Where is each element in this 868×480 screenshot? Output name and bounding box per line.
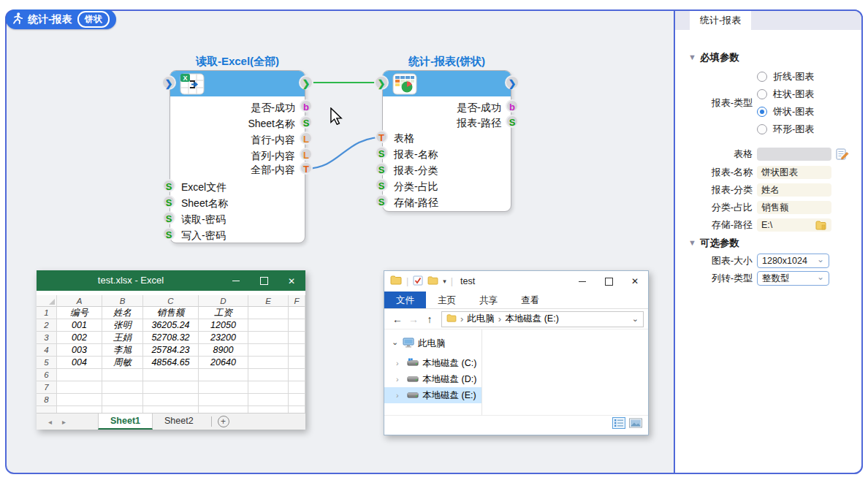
radio-bar-chart[interactable]: [757, 89, 767, 99]
column-header[interactable]: D: [199, 295, 248, 307]
row-number[interactable]: 4: [37, 344, 57, 357]
output-port[interactable]: b: [300, 99, 313, 113]
cell[interactable]: [289, 319, 305, 332]
input-port[interactable]: S: [375, 194, 388, 207]
cell[interactable]: 编号: [57, 307, 102, 319]
explorer-titlebar[interactable]: | ▾ | test: [384, 271, 648, 292]
pane-divider[interactable]: [481, 329, 482, 415]
up-icon[interactable]: ↑: [422, 313, 437, 325]
cell[interactable]: [248, 332, 289, 344]
cell[interactable]: [102, 394, 143, 406]
cell[interactable]: 25784.23: [143, 344, 199, 357]
cell[interactable]: 001: [57, 319, 102, 332]
cell[interactable]: [143, 369, 199, 381]
chevron-right-icon[interactable]: [396, 359, 403, 367]
cell[interactable]: 姓名: [102, 307, 143, 319]
cell[interactable]: 23200: [199, 332, 248, 344]
tree-label[interactable]: 本地磁盘 (D:): [422, 373, 476, 386]
collapse-triangle-icon[interactable]: ▼: [688, 238, 696, 247]
sheet-next-icon[interactable]: [62, 418, 66, 426]
report-name-input[interactable]: 饼状图表: [757, 166, 831, 179]
column-header[interactable]: F: [289, 295, 305, 307]
radio-label[interactable]: 折线-图表: [773, 69, 814, 84]
node-read-excel[interactable]: 读取-Excel(全部) X 是否-成功 Sheet名称 首行-内容 首列-内容…: [170, 70, 305, 243]
cell[interactable]: [57, 369, 102, 381]
row-number[interactable]: 8: [37, 394, 57, 406]
sheet-tab-2[interactable]: Sheet2: [153, 414, 205, 430]
column-header[interactable]: E: [248, 295, 289, 307]
address-box[interactable]: 此电脑 本地磁盘 (E:): [441, 311, 644, 327]
cell[interactable]: 002: [57, 332, 102, 344]
address-dropdown-icon[interactable]: [632, 314, 639, 324]
cell[interactable]: [199, 381, 248, 394]
minimize-button[interactable]: [569, 271, 595, 292]
column-header[interactable]: A: [57, 295, 102, 307]
tree-item-drive-c[interactable]: 本地磁盘 (C:): [384, 355, 481, 371]
folder-picker-icon[interactable]: [815, 220, 826, 235]
radio-line-chart[interactable]: [757, 72, 767, 82]
cell[interactable]: [289, 357, 305, 369]
cell[interactable]: [289, 381, 305, 394]
cell[interactable]: [289, 406, 305, 413]
chevron-down-icon[interactable]: [392, 339, 399, 348]
cell[interactable]: [248, 394, 289, 406]
chevron-right-icon[interactable]: [396, 375, 403, 384]
add-sheet-icon[interactable]: [218, 416, 229, 427]
cell[interactable]: [248, 406, 289, 413]
cell[interactable]: 48564.65: [143, 357, 199, 369]
qat-dropdown-icon[interactable]: ▾: [443, 278, 446, 285]
input-port[interactable]: S: [375, 146, 388, 159]
cell[interactable]: 张明: [102, 319, 143, 332]
row-number[interactable]: 7: [37, 381, 57, 394]
tab-share[interactable]: 共享: [468, 292, 509, 308]
cell[interactable]: [289, 369, 305, 381]
cell[interactable]: 52708.32: [143, 332, 199, 344]
cell[interactable]: 003: [57, 344, 102, 357]
cell[interactable]: 12050: [199, 319, 248, 332]
exec-out-port-icon[interactable]: [299, 75, 313, 90]
cell[interactable]: 8900: [199, 344, 248, 357]
new-folder-icon[interactable]: [427, 276, 438, 287]
properties-check-icon[interactable]: [413, 275, 423, 288]
node-report-pie[interactable]: 统计-报表(饼状) 是否-成功 报表-路径 b S 表格 报表-名称 报表-分类…: [382, 70, 511, 212]
details-view-icon[interactable]: [612, 417, 625, 431]
cell[interactable]: 王娟: [102, 332, 143, 344]
output-port[interactable]: S: [300, 115, 313, 129]
cell[interactable]: [57, 381, 102, 394]
table-field-input[interactable]: [757, 148, 831, 161]
column-type-select[interactable]: 整数型: [757, 271, 829, 286]
cell[interactable]: [248, 381, 289, 394]
cell[interactable]: [289, 344, 305, 357]
forward-icon[interactable]: →: [406, 313, 421, 325]
radio-donut-chart[interactable]: [757, 124, 767, 134]
cell[interactable]: [57, 406, 102, 413]
radio-label[interactable]: 饼状-图表: [773, 104, 814, 119]
required-section-header[interactable]: 必填参数: [700, 51, 739, 64]
tab-file[interactable]: 文件: [384, 292, 426, 308]
output-port[interactable]: T: [300, 161, 313, 175]
cell[interactable]: [248, 357, 289, 369]
cell[interactable]: 004: [57, 357, 102, 369]
cell[interactable]: [289, 394, 305, 406]
maximize-button[interactable]: [595, 271, 622, 292]
radio-label[interactable]: 环形-图表: [773, 122, 814, 137]
input-port[interactable]: S: [375, 162, 388, 175]
tree-label[interactable]: 本地磁盘 (C:): [422, 357, 476, 370]
cell[interactable]: 工资: [199, 307, 248, 319]
thumbnail-view-icon[interactable]: [629, 417, 642, 431]
breadcrumb-drive-e[interactable]: 本地磁盘 (E:): [505, 313, 559, 325]
collapse-triangle-icon[interactable]: ▼: [688, 53, 696, 61]
cell[interactable]: 销售额: [143, 307, 199, 319]
sheet-tab-1[interactable]: Sheet1: [98, 414, 153, 430]
exec-in-port-icon[interactable]: [161, 75, 176, 90]
close-button[interactable]: [278, 270, 305, 291]
optional-section-header[interactable]: 可选参数: [700, 237, 739, 250]
output-port[interactable]: b: [506, 99, 519, 113]
column-header[interactable]: C: [143, 295, 199, 307]
radio-pie-chart[interactable]: [757, 107, 767, 117]
cell[interactable]: [289, 307, 305, 319]
cell[interactable]: [199, 369, 248, 381]
minimize-button[interactable]: [222, 270, 250, 291]
row-number[interactable]: 5: [37, 357, 57, 369]
tab-view[interactable]: 查看: [509, 292, 551, 308]
